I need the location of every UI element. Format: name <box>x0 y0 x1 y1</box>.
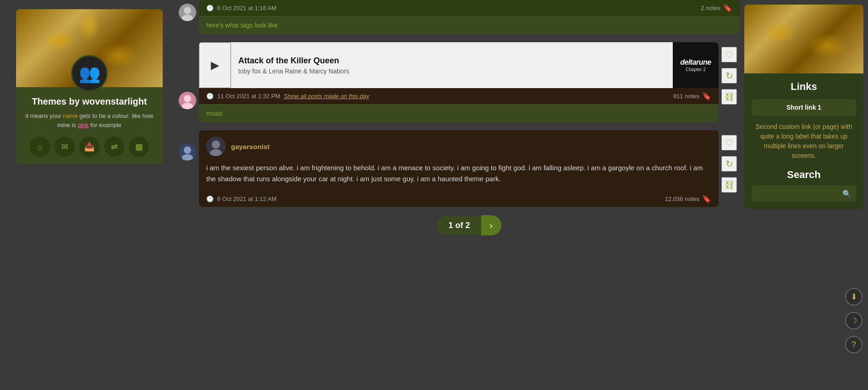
search-section: Search 🔍 <box>752 169 856 202</box>
music-post-actions: ♡ ↻ ⛓ <box>719 42 740 109</box>
text-footer-left: 🕐 6 Oct 2021 at 1:12 AM <box>206 195 276 202</box>
home-button[interactable]: ⌂ <box>30 137 50 157</box>
text-post-card: gayarsonist i am the sexiest person aliv… <box>199 130 719 207</box>
clock-icon-text: 🕐 <box>206 195 214 202</box>
album-logo: deltarune <box>680 58 711 67</box>
music-notes: 811 notes 🔖 <box>673 92 711 100</box>
post-avatar-1 <box>179 4 196 21</box>
profile-info: Themes by wovenstarlight it means your n… <box>16 87 163 164</box>
long-link-2[interactable]: Second custom link (or page) with quite … <box>752 120 856 162</box>
moon-button[interactable]: ☽ <box>845 312 863 329</box>
post-avatar-3 <box>179 143 196 161</box>
partial-tag-bar: here's what tags look like <box>199 16 740 34</box>
link-button-text[interactable]: ⛓ <box>721 177 737 193</box>
search-title: Search <box>752 169 856 181</box>
music-tag-bar: music <box>199 104 719 122</box>
svg-point-10 <box>212 140 220 149</box>
music-post-row: ▶ Attack of the Killer Queen toby fox & … <box>199 42 740 122</box>
search-input[interactable] <box>752 185 856 202</box>
pagination-next-button[interactable]: › <box>481 215 501 235</box>
profile-description: it means your name gets to be a colour. … <box>23 111 155 129</box>
feed-area: 🕐 6 Oct 2021 at 1:16 AM 2 notes 🔖 here's… <box>179 0 740 245</box>
inbox-button[interactable]: 📥 <box>79 137 99 157</box>
heart-button-music[interactable]: ♡ <box>721 47 737 62</box>
text-post-footer: 🕐 6 Oct 2021 at 1:12 AM 12,036 notes 🔖 <box>199 191 719 207</box>
desc-name-word: name <box>63 112 78 119</box>
partial-post: 🕐 6 Oct 2021 at 1:16 AM 2 notes 🔖 here's… <box>199 0 740 34</box>
profile-avatar-group: 👥 <box>71 55 108 92</box>
album-sub: Chapter 2 <box>686 67 706 72</box>
avatar-column <box>179 0 199 245</box>
partial-notes-count: 2 notes <box>701 5 720 11</box>
text-post-actions: ♡ ↻ ⛓ <box>719 130 740 197</box>
clock-icon: 🕐 <box>206 5 214 11</box>
text-post-timestamp: 6 Oct 2021 at 1:12 AM <box>217 195 276 202</box>
svg-point-1 <box>184 7 191 14</box>
short-link-1-button[interactable]: Short link 1 <box>752 99 856 116</box>
edge-icons: ⬇ ☽ ? <box>845 288 863 353</box>
desc-pink-word: pink <box>78 122 89 128</box>
partial-post-footer: 🕐 6 Oct 2021 at 1:16 AM 2 notes 🔖 <box>199 0 740 16</box>
search-input-wrap: 🔍 <box>752 185 856 202</box>
post-body-text: i am the sexiest person alive. i am frig… <box>199 162 719 191</box>
partial-notes: 2 notes 🔖 <box>701 4 732 12</box>
link-button-music[interactable]: ⛓ <box>721 89 737 105</box>
clock-icon-music: 🕐 <box>206 93 214 100</box>
pagination: 1 of 2 › <box>199 215 740 235</box>
music-footer-left: 🕐 11 Oct 2021 at 1:32 PM Show all posts … <box>206 93 369 100</box>
music-post-content: ▶ Attack of the Killer Queen toby fox & … <box>199 42 719 122</box>
profile-banner: 👥 <box>16 9 163 87</box>
heart-button-text[interactable]: ♡ <box>721 135 737 150</box>
profile-card: 👥 Themes by wovenstarlight it means your… <box>16 9 163 164</box>
show-day-link[interactable]: Show all posts made on this day <box>284 93 369 100</box>
post-avatar-2 <box>179 92 196 109</box>
shuffle-button[interactable]: ⇌ <box>104 137 124 157</box>
profile-name: Themes by wovenstarlight <box>23 96 155 107</box>
reblog-button-music[interactable]: ↻ <box>721 68 737 84</box>
profile-avatar: 👥 <box>71 55 108 92</box>
play-button[interactable]: ▶ <box>199 42 231 88</box>
author-avatar <box>206 137 225 156</box>
music-timestamp: 11 Oct 2021 at 1:32 PM <box>217 93 280 100</box>
text-bookmark-icon[interactable]: 🔖 <box>702 195 711 203</box>
music-bookmark-icon[interactable]: 🔖 <box>702 92 711 100</box>
mail-button[interactable]: ✉ <box>55 137 75 157</box>
feed-posts: 🕐 6 Oct 2021 at 1:16 AM 2 notes 🔖 here's… <box>199 0 740 245</box>
music-tag: music <box>206 110 223 117</box>
archive-button[interactable]: ▦ <box>129 137 149 157</box>
download-button[interactable]: ⬇ <box>845 288 863 306</box>
partial-time-text: 6 Oct 2021 at 1:16 AM <box>217 5 276 11</box>
author-name[interactable]: gayarsonist <box>231 143 269 150</box>
music-notes-count: 811 notes <box>673 93 699 100</box>
music-post-card: ▶ Attack of the Killer Queen toby fox & … <box>199 42 719 122</box>
right-sidebar: Links Short link 1 Second custom link (o… <box>740 0 868 214</box>
text-post-content: gayarsonist i am the sexiest person aliv… <box>199 130 719 207</box>
desc-after-name: gets to be a <box>78 112 112 119</box>
music-post-footer: 🕐 11 Oct 2021 at 1:32 PM Show all posts … <box>199 88 719 104</box>
svg-point-4 <box>184 95 191 102</box>
album-art: deltarune Chapter 2 <box>673 42 719 88</box>
music-player: ▶ Attack of the Killer Queen toby fox & … <box>199 42 719 88</box>
partial-tag: here's what tags look like <box>206 22 278 29</box>
svg-point-7 <box>184 146 191 154</box>
song-artist: toby fox & Lena Raine & Marcy Nabors <box>238 67 665 75</box>
links-title: Links <box>752 81 856 93</box>
pagination-label: 1 of 2 <box>437 216 481 235</box>
desc-end: for example <box>89 122 122 128</box>
bookmark-icon[interactable]: 🔖 <box>723 4 732 12</box>
right-sidebar-banner <box>744 5 863 73</box>
text-post-notes: 12,036 notes 🔖 <box>665 195 711 203</box>
music-info: Attack of the Killer Queen toby fox & Le… <box>231 51 673 79</box>
desc-before-name: it means your <box>26 112 63 119</box>
desc-colour-word: colour <box>112 112 128 119</box>
text-notes-count: 12,036 notes <box>665 195 699 202</box>
left-sidebar: 👥 Themes by wovenstarlight it means your… <box>0 0 179 173</box>
partial-timestamp: 🕐 6 Oct 2021 at 1:16 AM <box>206 5 276 11</box>
author-bar: gayarsonist <box>199 130 719 162</box>
reblog-button-text[interactable]: ↻ <box>721 156 737 172</box>
links-card: Links Short link 1 Second custom link (o… <box>744 73 863 209</box>
help-button[interactable]: ? <box>845 336 863 353</box>
text-post-row: gayarsonist i am the sexiest person aliv… <box>199 130 740 207</box>
song-title: Attack of the Killer Queen <box>238 56 665 66</box>
profile-icon-row: ⌂ ✉ 📥 ⇌ ▦ <box>23 137 155 157</box>
